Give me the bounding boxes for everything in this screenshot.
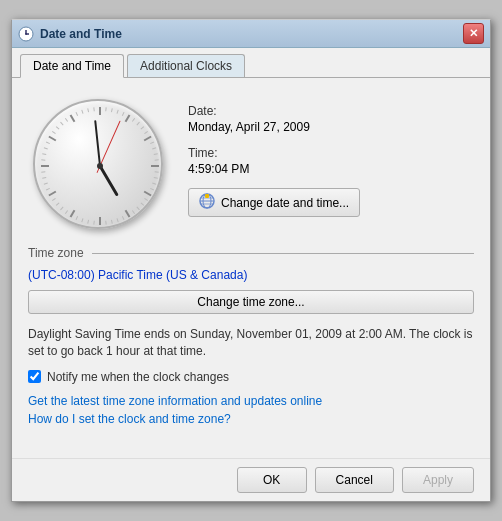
tab-content: Date: Monday, April 27, 2009 Time: 4:59:… — [12, 78, 490, 458]
time-label: Time: — [188, 146, 474, 160]
svg-line-46 — [56, 203, 59, 206]
svg-line-59 — [65, 118, 67, 121]
timezone-divider — [92, 253, 474, 254]
svg-line-36 — [122, 216, 124, 220]
svg-point-67 — [97, 163, 103, 169]
change-datetime-label: Change date and time... — [221, 196, 349, 210]
svg-line-33 — [141, 203, 144, 206]
svg-line-61 — [82, 110, 83, 114]
link-timezone-info[interactable]: Get the latest time zone information and… — [28, 394, 474, 408]
svg-line-29 — [154, 178, 158, 179]
date-value: Monday, April 27, 2009 — [188, 120, 474, 134]
svg-line-11 — [71, 210, 75, 217]
time-value: 4:59:04 PM — [188, 162, 474, 176]
svg-line-19 — [122, 112, 124, 116]
svg-line-34 — [137, 207, 140, 210]
svg-line-26 — [154, 154, 158, 155]
title-bar: Date and Time ✕ — [12, 20, 490, 48]
change-datetime-button[interactable]: Change date and time... — [188, 188, 360, 217]
datetime-info: Date: Monday, April 27, 2009 Time: 4:59:… — [188, 94, 474, 217]
cancel-button[interactable]: Cancel — [315, 467, 394, 493]
window-title: Date and Time — [40, 27, 463, 41]
svg-line-57 — [56, 127, 59, 130]
svg-line-49 — [44, 183, 48, 184]
svg-line-53 — [42, 154, 46, 155]
tab-additional-clocks[interactable]: Additional Clocks — [127, 54, 245, 77]
dst-notice: Daylight Saving Time ends on Sunday, Nov… — [28, 326, 474, 360]
svg-line-14 — [49, 137, 56, 141]
svg-line-54 — [44, 148, 48, 149]
svg-line-58 — [61, 122, 64, 125]
svg-point-3 — [25, 33, 27, 35]
analog-clock — [28, 94, 168, 234]
svg-line-8 — [144, 192, 151, 196]
svg-line-20 — [132, 118, 134, 121]
svg-line-55 — [46, 142, 50, 144]
svg-line-62 — [88, 108, 89, 112]
svg-line-31 — [150, 189, 154, 191]
button-bar: OK Cancel Apply — [12, 458, 490, 501]
timezone-value: (UTC-08:00) Pacific Time (US & Canada) — [28, 268, 474, 282]
timezone-section-header: Time zone — [28, 246, 474, 260]
svg-line-37 — [117, 219, 118, 223]
notify-checkbox-row: Notify me when the clock changes — [28, 370, 474, 384]
svg-line-60 — [76, 112, 78, 116]
links-section: Get the latest time zone information and… — [28, 394, 474, 426]
svg-line-5 — [126, 115, 130, 122]
svg-line-15 — [71, 115, 75, 122]
svg-line-24 — [150, 142, 154, 144]
svg-line-42 — [82, 219, 83, 223]
svg-line-56 — [52, 132, 55, 134]
svg-line-30 — [152, 183, 156, 184]
svg-line-47 — [52, 199, 55, 201]
notify-label: Notify me when the clock changes — [47, 370, 229, 384]
main-window: Date and Time ✕ Date and Time Additional… — [11, 19, 491, 502]
svg-line-22 — [141, 127, 144, 130]
change-timezone-button[interactable]: Change time zone... — [28, 290, 474, 314]
date-label: Date: — [188, 104, 474, 118]
apply-button[interactable]: Apply — [402, 467, 474, 493]
svg-line-43 — [76, 216, 78, 220]
main-area: Date: Monday, April 27, 2009 Time: 4:59:… — [28, 94, 474, 234]
svg-line-35 — [132, 211, 134, 214]
svg-line-65 — [95, 121, 100, 166]
svg-line-64 — [100, 166, 117, 194]
svg-line-45 — [61, 207, 64, 210]
tab-bar: Date and Time Additional Clocks — [12, 48, 490, 78]
svg-line-17 — [111, 108, 112, 112]
timezone-section-label: Time zone — [28, 246, 84, 260]
svg-line-21 — [137, 122, 140, 125]
ok-button[interactable]: OK — [237, 467, 307, 493]
svg-line-18 — [117, 110, 118, 114]
svg-line-32 — [144, 199, 147, 201]
svg-line-38 — [111, 220, 112, 224]
svg-line-48 — [46, 189, 50, 191]
notify-checkbox[interactable] — [28, 370, 41, 383]
globe-icon — [199, 193, 215, 212]
svg-line-12 — [49, 192, 56, 196]
svg-line-23 — [144, 132, 147, 134]
svg-line-41 — [88, 220, 89, 224]
tab-date-and-time[interactable]: Date and Time — [20, 54, 124, 78]
window-icon — [18, 26, 34, 42]
svg-line-50 — [42, 178, 46, 179]
clock-face — [33, 99, 163, 229]
svg-line-9 — [126, 210, 130, 217]
svg-line-6 — [144, 137, 151, 141]
close-button[interactable]: ✕ — [463, 23, 484, 44]
svg-line-44 — [65, 211, 67, 214]
svg-line-25 — [152, 148, 156, 149]
link-set-clock[interactable]: How do I set the clock and time zone? — [28, 412, 474, 426]
